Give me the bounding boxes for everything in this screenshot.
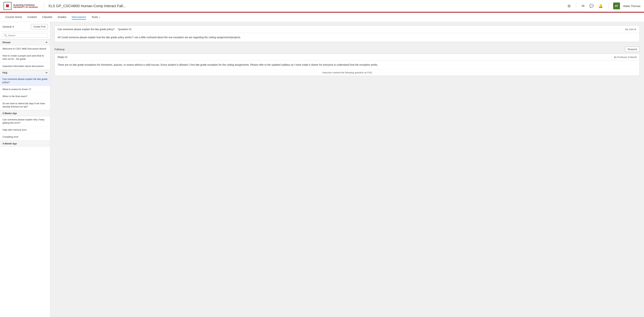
followup-bar: Followup Respond	[54, 45, 640, 54]
mail-icon-button[interactable]: ✉	[581, 3, 585, 9]
section-month-label: A Month Ago	[2, 142, 17, 145]
nav-course-home[interactable]: Course Home	[6, 15, 22, 20]
search-icon: 🔍	[4, 34, 7, 37]
bell-icon-button[interactable]: 🔔	[598, 3, 604, 9]
sidebar-header: General ▾ Create Post	[0, 22, 50, 32]
apps-icon: ⊞	[568, 4, 571, 8]
section-pinned-label: Pinned	[2, 41, 10, 44]
post-header: Can someone please explain the late grad…	[55, 26, 640, 33]
logo-icon: 🏛	[4, 2, 12, 10]
reply-author: By Professor Cotterell	[614, 56, 637, 58]
main-content: Can someone please explain the late grad…	[50, 22, 644, 317]
search-box: 🔍	[0, 32, 50, 40]
search-input[interactable]	[8, 34, 46, 37]
general-label: General	[2, 25, 12, 28]
mail-icon: ✉	[582, 4, 584, 8]
post-author: By John B.	[625, 28, 637, 31]
list-item[interactable]: What to review for Exam 1?	[0, 86, 50, 93]
list-item[interactable]: Help with memory error	[0, 126, 50, 134]
list-item[interactable]: Can someone please explain the late grad…	[0, 76, 50, 86]
list-item[interactable]: Compiling error	[0, 134, 50, 140]
faq-notice: Instructor marked the following question…	[55, 69, 640, 76]
section-month-header: A Month Ago	[0, 141, 50, 146]
sidebar: General ▾ Create Post 🔍 Pinned ✒ Welcome…	[0, 22, 50, 317]
followup-label: Followup	[54, 48, 64, 51]
chat-icon-button[interactable]: 💬	[588, 3, 594, 9]
nav-content[interactable]: Content	[28, 15, 37, 20]
nav-bar: Course Home Content Classlist Grades Dis…	[0, 12, 644, 22]
nav-classlist[interactable]: Classlist	[42, 15, 52, 20]
pin-icon: ✒	[46, 41, 48, 44]
create-post-button[interactable]: Create Post	[31, 24, 48, 29]
bell-icon: 🔔	[598, 4, 603, 8]
list-item[interactable]: Welcome to CSCI 4800 Discussion Board!	[0, 46, 50, 52]
search-input-wrap: 🔍	[2, 33, 48, 38]
course-title: XLS GP_CSCI4800 Human-Comp Interact Fall…	[48, 4, 564, 8]
section-faq-label: FAQ	[2, 72, 7, 74]
nav-discussions[interactable]: Discussions	[72, 15, 86, 20]
list-item[interactable]: Do we have to attend lab days if we have…	[0, 100, 50, 110]
reply-card: Reply #1 By Professor Cotterell There ar…	[54, 54, 640, 76]
nav-tools[interactable]: Tools ⌄	[92, 15, 101, 20]
list-item[interactable]: How to create a proper post and what to …	[0, 52, 50, 62]
user-name: Abbie Thomas	[623, 4, 640, 8]
post-title: Can someone please explain the late grad…	[58, 28, 132, 31]
general-dropdown-button[interactable]: General ▾	[2, 25, 14, 28]
list-item[interactable]: Important information about discussions	[0, 63, 50, 70]
chat-icon: 💬	[589, 4, 594, 8]
top-bar: 🏛 eLearning Commons UNIVERSITY OF GEORGI…	[0, 0, 644, 12]
divider-3	[608, 2, 608, 10]
logo-university: UNIVERSITY OF GEORGIA	[13, 6, 38, 8]
post-card: Can someone please explain the late grad…	[54, 26, 640, 42]
post-body: Hi! Could someone please explain how the…	[55, 33, 640, 42]
post-title-text: Can someone please explain the late grad…	[58, 28, 115, 31]
reply-body: There are no late grade exceptions for h…	[55, 60, 640, 69]
nav-grades[interactable]: Grades	[58, 15, 66, 20]
logo-area: 🏛 eLearning Commons UNIVERSITY OF GEORGI…	[4, 2, 40, 10]
main-layout: General ▾ Create Post 🔍 Pinned ✒ Welcome…	[0, 22, 644, 317]
section-2weeks-label: 2 Weeks Ago	[2, 112, 17, 115]
top-icons: ⊞ ✉ 💬 🔔 AT Abbie Thomas	[567, 2, 640, 10]
list-item[interactable]: When is the final exam?	[0, 93, 50, 100]
list-item[interactable]: Can someone please explain why I keep ge…	[0, 116, 50, 126]
section-faq-header: FAQ ✒	[0, 70, 50, 76]
faq-pin-icon: ✒	[46, 72, 48, 74]
logo-text: eLearning Commons UNIVERSITY OF GEORGIA	[13, 4, 38, 8]
reply-label: Reply #1	[58, 56, 68, 58]
chevron-down-icon: ▾	[12, 25, 14, 28]
avatar-button[interactable]: AT	[613, 2, 620, 9]
reply-header: Reply #1 By Professor Cotterell	[55, 54, 640, 60]
section-2weeks-header: 2 Weeks Ago	[0, 110, 50, 116]
respond-button[interactable]: Respond	[625, 47, 640, 52]
divider-2	[576, 2, 576, 10]
logo-elearning: eLearning Commons	[13, 4, 38, 6]
divider-1	[44, 2, 44, 10]
post-question-label: Question #1	[118, 28, 132, 31]
section-pinned-header: Pinned ✒	[0, 40, 50, 46]
apps-icon-button[interactable]: ⊞	[567, 3, 571, 9]
